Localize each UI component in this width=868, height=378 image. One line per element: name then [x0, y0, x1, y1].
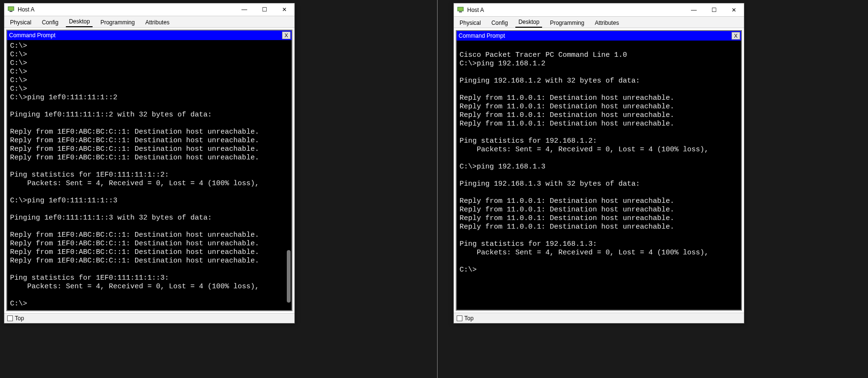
window-title: Host A — [18, 6, 234, 13]
svg-rect-1 — [10, 11, 12, 12]
tab-physical[interactable]: Physical — [7, 17, 34, 27]
command-prompt-frame: Command Prompt X Cisco Packet Tracer PC … — [456, 30, 742, 311]
command-prompt-title: Command Prompt — [9, 32, 55, 39]
bottom-bar: Top — [454, 313, 744, 323]
host-window-left: Host A — ☐ ✕ Physical Config Desktop Pro… — [4, 3, 295, 324]
tab-programming[interactable]: Programming — [97, 17, 137, 27]
top-checkbox[interactable] — [457, 315, 462, 321]
tab-config[interactable]: Config — [39, 17, 62, 27]
tab-programming[interactable]: Programming — [547, 18, 587, 28]
titlebar[interactable]: Host A — ☐ ✕ — [4, 3, 294, 16]
window-title: Host A — [467, 7, 684, 13]
top-label: Top — [464, 315, 473, 322]
minimize-button[interactable]: — — [684, 4, 704, 16]
maximize-button[interactable]: ☐ — [704, 4, 724, 16]
tab-desktop[interactable]: Desktop — [66, 16, 93, 27]
pc-icon — [457, 6, 464, 14]
maximize-button[interactable]: ☐ — [254, 3, 274, 16]
svg-rect-2 — [458, 7, 463, 11]
command-prompt-title: Command Prompt — [459, 32, 505, 39]
top-checkbox[interactable] — [7, 315, 13, 321]
console-output[interactable]: Cisco Packet Tracer PC Command Line 1.0 … — [457, 41, 741, 310]
bottom-bar: Top — [4, 313, 294, 323]
tab-physical[interactable]: Physical — [457, 18, 484, 28]
top-label: Top — [15, 315, 24, 322]
console-output[interactable]: C:\> C:\> C:\> C:\> C:\> C:\> C:\>ping 1… — [7, 40, 292, 310]
command-prompt-titlebar[interactable]: Command Prompt X — [457, 31, 741, 41]
minimize-button[interactable]: — — [234, 3, 254, 16]
close-button[interactable]: ✕ — [274, 3, 294, 16]
desktop-pane: Command Prompt X C:\> C:\> C:\> C:\> C:\… — [4, 28, 294, 313]
pc-icon — [7, 6, 15, 13]
tab-config[interactable]: Config — [489, 18, 511, 28]
command-prompt-titlebar[interactable]: Command Prompt X — [7, 31, 292, 40]
tab-bar: Physical Config Desktop Programming Attr… — [4, 16, 294, 28]
command-prompt-close-button[interactable]: X — [732, 32, 740, 40]
desktop-pane: Command Prompt X Cisco Packet Tracer PC … — [454, 28, 744, 313]
host-window-right: Host A — ☐ ✕ Physical Config Desktop Pro… — [453, 3, 744, 324]
tab-attributes[interactable]: Attributes — [592, 18, 622, 28]
command-prompt-frame: Command Prompt X C:\> C:\> C:\> C:\> C:\… — [6, 30, 293, 311]
svg-rect-3 — [459, 11, 462, 12]
tab-bar: Physical Config Desktop Programming Attr… — [454, 17, 744, 28]
tab-attributes[interactable]: Attributes — [142, 17, 172, 27]
svg-rect-0 — [8, 7, 14, 10]
close-button[interactable]: ✕ — [724, 4, 744, 16]
tab-desktop[interactable]: Desktop — [515, 17, 542, 28]
command-prompt-close-button[interactable]: X — [282, 32, 291, 39]
titlebar[interactable]: Host A — ☐ ✕ — [454, 3, 744, 17]
